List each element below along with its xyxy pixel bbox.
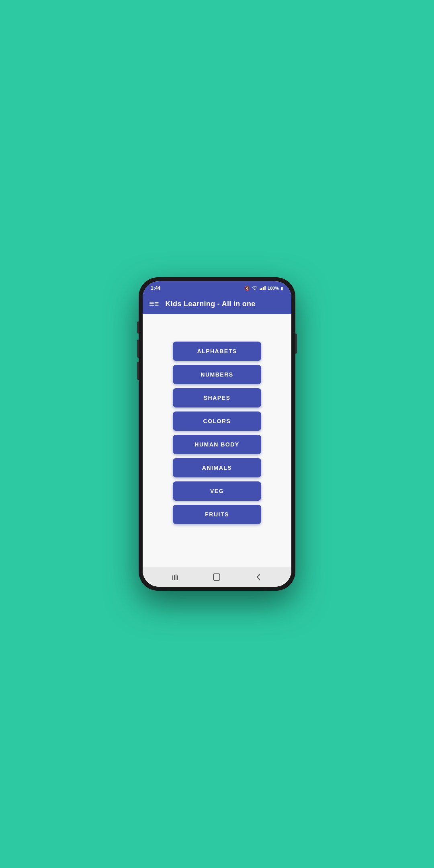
menu-btn-veg[interactable]: VEG xyxy=(173,481,261,501)
menu-btn-colors[interactable]: COLORS xyxy=(173,411,261,431)
app-bar: ≡ Kids Learning - All in one xyxy=(143,293,291,314)
power-button xyxy=(295,334,297,354)
phone-screen: 1:44 🔇 100% ▮ ≡ Kids Lear xyxy=(143,281,291,587)
svg-rect-2 xyxy=(176,574,176,580)
svg-rect-4 xyxy=(213,574,220,580)
menu-btn-fruits[interactable]: FRUITS xyxy=(173,505,261,524)
navigation-bar xyxy=(143,567,291,587)
menu-btn-human-body[interactable]: HUMAN BODY xyxy=(173,435,261,454)
signal-icon xyxy=(260,286,266,290)
status-time: 1:44 xyxy=(151,285,160,291)
svg-rect-3 xyxy=(177,575,178,580)
menu-buttons-list: ALPHABETSNUMBERSSHAPESCOLORSHUMAN BODYAN… xyxy=(173,342,261,524)
volume-down-button xyxy=(137,362,139,380)
main-content: ALPHABETSNUMBERSSHAPESCOLORSHUMAN BODYAN… xyxy=(143,314,291,567)
hamburger-menu-icon[interactable]: ≡ xyxy=(149,299,159,308)
volume-up-button xyxy=(137,340,139,358)
battery-icon: ▮ xyxy=(281,286,283,291)
menu-btn-animals[interactable]: ANIMALS xyxy=(173,458,261,477)
app-title: Kids Learning - All in one xyxy=(166,300,256,308)
back-nav-icon[interactable] xyxy=(254,573,262,581)
home-nav-icon[interactable] xyxy=(213,573,221,581)
recents-nav-icon[interactable] xyxy=(172,573,179,581)
status-icons: 🔇 100% ▮ xyxy=(244,285,283,291)
mute-icon: 🔇 xyxy=(244,286,250,291)
phone-frame: 1:44 🔇 100% ▮ ≡ Kids Lear xyxy=(139,277,295,591)
menu-btn-alphabets[interactable]: ALPHABETS xyxy=(173,342,261,361)
status-bar: 1:44 🔇 100% ▮ xyxy=(143,281,291,293)
menu-btn-numbers[interactable]: NUMBERS xyxy=(173,365,261,384)
mute-button xyxy=(137,321,139,334)
menu-btn-shapes[interactable]: SHAPES xyxy=(173,388,261,407)
svg-rect-0 xyxy=(172,575,173,580)
svg-rect-1 xyxy=(174,575,175,580)
wifi-icon xyxy=(252,285,258,291)
battery-indicator: 100% xyxy=(268,286,279,291)
